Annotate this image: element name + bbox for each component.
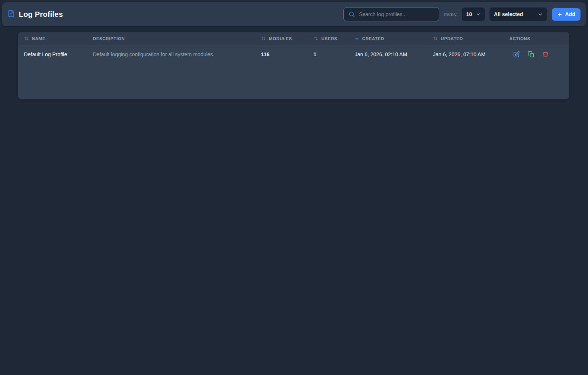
column-header-created[interactable]: CREATED (349, 32, 427, 45)
sort-icon (261, 36, 266, 41)
edit-icon (513, 51, 520, 58)
sort-icon (433, 36, 438, 41)
column-header-modules[interactable]: MODULES (255, 32, 307, 45)
search-input[interactable] (359, 11, 434, 17)
column-label: CREATED (362, 36, 384, 41)
header-toolbar: Items: 10 All selected Add (343, 7, 581, 21)
page-title: Log Profiles (19, 10, 63, 19)
chevron-down-icon (476, 12, 481, 16)
header-bar: Log Profiles Items: 10 All selected (2, 2, 586, 26)
table-header-row: NAME DESCRIPTION MODULES USERS CREATED (18, 32, 569, 45)
copy-button[interactable] (528, 51, 534, 58)
chevron-down-icon (538, 12, 543, 17)
column-header-name[interactable]: NAME (18, 32, 87, 45)
plus-icon (557, 12, 563, 17)
file-text-icon (7, 9, 15, 19)
column-header-actions: ACTIONS (503, 32, 569, 45)
search-icon (348, 11, 355, 18)
cell-actions (503, 51, 569, 58)
cell-updated: Jan 6, 2026, 07:10 AM (427, 51, 503, 57)
column-label: NAME (32, 36, 45, 41)
title-group: Log Profiles (7, 9, 63, 19)
column-header-description: DESCRIPTION (87, 32, 255, 45)
add-button-label: Add (565, 11, 575, 17)
chevron-down-icon (355, 36, 359, 41)
items-per-page-label: Items: (444, 12, 457, 17)
log-profiles-table: NAME DESCRIPTION MODULES USERS CREATED (18, 32, 569, 99)
cell-name: Default Log Profile (18, 51, 87, 57)
items-per-page-select[interactable]: 10 (462, 8, 485, 21)
search-box[interactable] (343, 7, 439, 21)
copy-icon (528, 51, 534, 58)
items-per-page-value: 10 (466, 11, 472, 17)
add-button[interactable]: Add (552, 8, 581, 21)
trash-icon (542, 51, 549, 58)
columns-filter-value: All selected (494, 11, 523, 17)
delete-button[interactable] (542, 51, 549, 58)
cell-users: 1 (307, 51, 349, 57)
edit-button[interactable] (513, 51, 520, 58)
cell-modules: 116 (255, 51, 307, 57)
sort-icon (24, 36, 29, 41)
column-label: MODULES (269, 36, 292, 41)
cell-created: Jan 6, 2026, 02:10 AM (349, 51, 427, 57)
column-label: ACTIONS (509, 36, 530, 41)
column-label: USERS (321, 36, 337, 41)
cell-description: Default logging configuration for all sy… (87, 51, 255, 57)
column-header-users[interactable]: USERS (307, 32, 349, 45)
columns-filter-select[interactable]: All selected (490, 8, 547, 21)
table-row: Default Log Profile Default logging conf… (18, 45, 569, 63)
sort-icon (313, 36, 318, 41)
column-label: UPDATED (441, 36, 463, 41)
column-header-updated[interactable]: UPDATED (427, 32, 503, 45)
column-label: DESCRIPTION (93, 36, 125, 41)
